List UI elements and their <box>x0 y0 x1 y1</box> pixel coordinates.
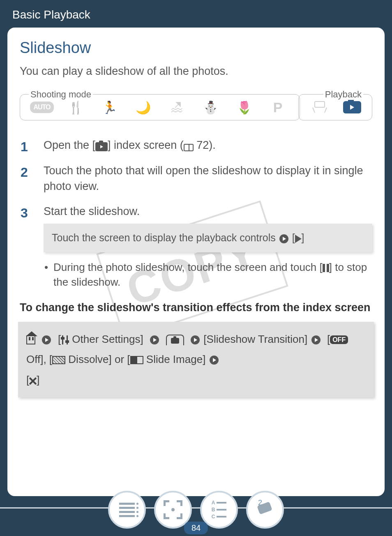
expand-icon <box>164 500 182 519</box>
night-mode-icon: 🌙 <box>132 99 154 116</box>
off-badge-icon: OFF <box>330 335 348 344</box>
mode-bar: Shooting mode Playback AUTO 🍴 🏃 🌙 🏖 ⛄ 🌷 … <box>20 89 372 125</box>
arrow-icon <box>210 356 219 365</box>
home-icon <box>26 335 35 344</box>
manual-ref-icon <box>184 144 194 151</box>
arrow-icon <box>191 335 200 344</box>
step-3-action-box: Touch the screen to display the playback… <box>44 224 372 252</box>
arrow-icon <box>311 335 321 344</box>
close-x-icon <box>29 377 37 384</box>
dissolve-icon <box>52 356 65 364</box>
pause-icon <box>323 264 329 272</box>
abc-index-icon: A B C <box>212 500 227 520</box>
step-3: Start the slideshow. Touch the screen to… <box>20 204 372 289</box>
movie-playback-icon <box>308 99 330 116</box>
step-3-note-1: During the photo slideshow, touch the sc… <box>53 260 372 290</box>
transition-steps-box: [ Other Settings] [Slideshow Transition]… <box>18 322 374 397</box>
page-title: Slideshow <box>20 39 372 57</box>
chapter-button[interactable]: 2 <box>246 491 284 529</box>
steps-list: Open the [] index screen ( 72). Touch th… <box>20 138 372 289</box>
photo-playback-icon <box>341 99 363 116</box>
camcorder-icon: 2 <box>256 501 274 518</box>
slide-image-icon <box>130 356 143 364</box>
proceed-arrow-icon <box>279 234 288 243</box>
shooting-mode-label: Shooting mode <box>29 89 93 100</box>
playback-label: Playback <box>323 89 363 100</box>
macro-mode-icon: 🌷 <box>233 99 255 116</box>
snow-mode-icon: ⛄ <box>199 99 221 116</box>
beach-mode-icon: 🏖 <box>166 99 188 116</box>
program-mode-icon: P <box>267 99 289 116</box>
breadcrumb: Basic Playback <box>0 0 392 28</box>
step-3-notes: During the photo slideshow, touch the sc… <box>44 260 372 290</box>
arrow-icon <box>42 335 51 344</box>
toc-button[interactable] <box>108 491 146 529</box>
step-1: Open the [] index screen ( 72). <box>20 138 372 153</box>
food-mode-icon: 🍴 <box>65 99 87 116</box>
auto-mode-icon: AUTO <box>31 99 53 116</box>
sports-mode-icon: 🏃 <box>98 99 120 116</box>
camera-play-icon <box>95 142 108 151</box>
list-icon <box>119 503 135 517</box>
intro-text: You can play a slideshow of all the phot… <box>20 65 372 78</box>
transition-subhead: To change the slideshow's transition eff… <box>20 300 372 315</box>
arrow-icon <box>150 335 159 344</box>
footer-divider <box>0 507 392 508</box>
play-icon <box>295 235 302 243</box>
footer-nav: A B C 2 84 <box>0 491 392 536</box>
page-body: COPY Slideshow You can play a slideshow … <box>7 28 385 496</box>
page-number-badge: 84 <box>184 522 208 534</box>
step-2: Touch the photo that will open the slide… <box>20 163 372 194</box>
settings-sliders-icon <box>61 335 69 344</box>
playback-tab-icon <box>166 335 184 345</box>
